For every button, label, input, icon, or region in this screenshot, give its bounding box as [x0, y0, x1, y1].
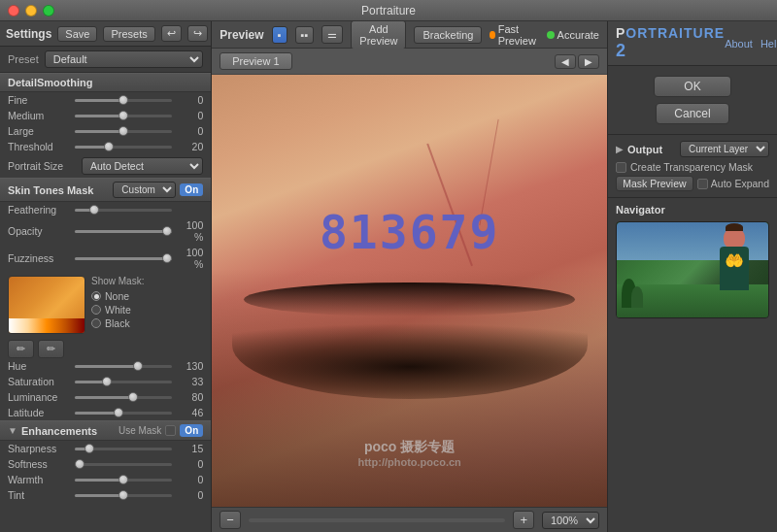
preview-tab-1[interactable]: Preview 1 — [220, 52, 291, 70]
ok-cancel-area: OK Cancel — [608, 66, 777, 135]
split-view-button[interactable]: ▪▪ — [295, 26, 315, 44]
radio-white[interactable]: White — [91, 304, 144, 316]
about-link[interactable]: About — [725, 38, 753, 50]
zoom-minus-button[interactable]: − — [220, 511, 241, 529]
opacity-value: 100 % — [176, 219, 203, 243]
fine-track[interactable] — [75, 99, 172, 102]
navigator-section: Navigator 🤲 — [608, 198, 777, 532]
prev-arrow[interactable]: ◀ — [555, 54, 576, 69]
color-swatch[interactable] — [8, 276, 85, 334]
presets-button[interactable]: Presets — [103, 26, 154, 42]
next-arrow[interactable]: ▶ — [578, 54, 599, 69]
threshold-track[interactable] — [75, 146, 172, 149]
sharpness-track[interactable] — [75, 448, 172, 450]
output-section: ▶ Output Current Layer Create Transparen… — [608, 135, 777, 198]
mask-preview-row: Mask Preview Auto Expand — [616, 176, 769, 191]
undo-button[interactable]: ↩ — [161, 25, 182, 42]
portrait-size-select[interactable]: Auto Detect — [82, 157, 203, 175]
redo-button[interactable]: ↪ — [187, 25, 208, 42]
create-transparency-checkbox[interactable] — [616, 162, 626, 173]
single-view-button[interactable]: ▪ — [272, 26, 287, 44]
luminance-track[interactable] — [75, 396, 172, 399]
softness-slider-row: Softness 0 — [0, 456, 211, 472]
fuzziness-value: 100 % — [176, 247, 203, 270]
close-button[interactable] — [8, 5, 19, 17]
window-controls[interactable] — [8, 5, 54, 17]
softness-track[interactable] — [75, 463, 172, 466]
eyedropper-button[interactable]: ✏ — [8, 340, 34, 358]
nav-head — [724, 227, 745, 249]
luminance-label: Luminance — [8, 391, 71, 403]
minimize-button[interactable] — [25, 5, 37, 17]
skin-tones-on-badge[interactable]: On — [180, 183, 203, 196]
bracketing-button[interactable]: Bracketing — [414, 26, 482, 44]
large-track[interactable] — [75, 130, 172, 133]
maximize-button[interactable] — [43, 5, 54, 17]
zoom-plus-button[interactable]: + — [513, 511, 534, 529]
zoom-bar[interactable] — [249, 518, 506, 522]
add-preview-button[interactable]: Add Preview — [351, 20, 406, 50]
radio-white-circle[interactable] — [91, 305, 101, 315]
navigator-label: Navigator — [616, 204, 769, 216]
accurate-option[interactable]: Accurate — [547, 29, 599, 41]
saturation-track[interactable] — [75, 381, 172, 383]
help-link[interactable]: Help — [760, 38, 777, 50]
radio-none-circle[interactable] — [91, 291, 101, 301]
fine-label: Fine — [8, 94, 71, 106]
output-triangle: ▶ — [616, 144, 624, 154]
output-select[interactable]: Current Layer — [680, 141, 769, 157]
sharpness-slider-row: Sharpness 15 — [0, 441, 211, 456]
right-panel: PORTRAITURE 2 About Help OK Cancel ▶ Out… — [607, 21, 777, 532]
navigator-thumbnail[interactable]: 🤲 — [616, 221, 769, 318]
tint-value: 0 — [176, 489, 203, 501]
hue-track[interactable] — [75, 365, 172, 368]
fuzziness-track[interactable] — [75, 257, 172, 260]
fast-preview-option[interactable]: Fast Preview — [490, 23, 538, 47]
cancel-button[interactable]: Cancel — [656, 103, 728, 124]
zoom-select[interactable]: 100% — [542, 512, 599, 529]
preview-label: Preview — [220, 28, 263, 42]
ok-button[interactable]: OK — [654, 76, 730, 97]
radio-black-circle[interactable] — [91, 318, 101, 328]
use-mask-checkbox[interactable] — [165, 425, 176, 436]
medium-value: 0 — [176, 110, 203, 121]
sharpness-label: Sharpness — [8, 443, 71, 454]
saturation-slider-row: Saturation 33 — [0, 374, 211, 389]
multi-view-button[interactable]: ⚌ — [321, 25, 343, 44]
preview-toolbar: Preview ▪ ▪▪ ⚌ Add Preview Bracketing Fa… — [212, 21, 607, 49]
use-mask-label: Use Mask — [118, 425, 161, 436]
large-value: 0 — [176, 125, 203, 137]
enhancements-on-badge[interactable]: On — [180, 424, 203, 437]
radio-none[interactable]: None — [91, 290, 144, 302]
skin-tones-dropdown[interactable]: Custom — [113, 182, 176, 198]
nav-arrows: ◀ ▶ — [555, 54, 599, 69]
large-label: Large — [8, 125, 71, 137]
fuzziness-slider-row: Fuzziness 100 % — [0, 245, 211, 272]
softness-label: Softness — [8, 458, 71, 470]
tree-2 — [631, 286, 643, 308]
opacity-track[interactable] — [75, 230, 172, 233]
medium-track[interactable] — [75, 115, 172, 117]
show-mask-label: Show Mask: — [91, 276, 144, 286]
hue-slider-row: Hue 130 — [0, 358, 211, 374]
settings-toolbar: Settings Save Presets ↩ ↪ — [0, 21, 211, 47]
preview-image: 813679 poco 摄影专题 http://photo.poco.cn — [212, 75, 607, 507]
tint-track[interactable] — [75, 494, 172, 497]
save-button[interactable]: Save — [57, 26, 97, 42]
auto-expand-checkbox[interactable] — [697, 179, 708, 189]
latitude-track[interactable] — [75, 412, 172, 415]
warmth-track[interactable] — [75, 479, 172, 482]
portrait-size-label: Portrait Size — [8, 160, 76, 172]
eyedropper2-button[interactable]: ✏ — [38, 340, 64, 358]
preset-select[interactable]: Default — [45, 50, 203, 68]
right-toolbar: PORTRAITURE 2 About Help — [608, 21, 777, 66]
threshold-label: Threshold — [8, 141, 71, 152]
skin-tones-header: Skin Tones Mask Custom On — [0, 178, 211, 202]
warmth-label: Warmth — [8, 474, 71, 485]
left-panel: Settings Save Presets ↩ ↪ Preset Default… — [0, 21, 212, 532]
nav-hands: 🤲 — [725, 251, 744, 270]
mask-preview-button[interactable]: Mask Preview — [616, 176, 693, 191]
radio-black[interactable]: Black — [91, 317, 144, 329]
feathering-track[interactable] — [75, 209, 172, 212]
create-transparency-label: Create Transparency Mask — [630, 161, 753, 173]
